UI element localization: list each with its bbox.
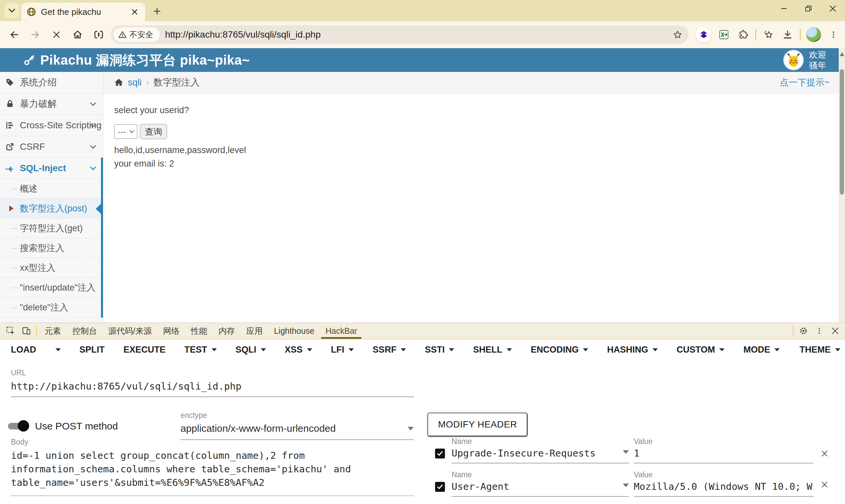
devtools-settings-gear-icon[interactable] (795, 323, 811, 339)
tab-search-button[interactable] (5, 3, 19, 18)
device-toolbar-icon[interactable] (18, 323, 34, 339)
result-line-1: hello,id,username,password,level (114, 145, 839, 155)
side-panel-icon[interactable] (90, 26, 108, 43)
menu-ssti[interactable]: SSTI (425, 345, 454, 355)
hackbar-extension-icon[interactable] (696, 27, 712, 42)
menu-sqli[interactable]: SQLI (236, 345, 266, 355)
security-chip[interactable]: 不安全 (113, 28, 160, 42)
header-value-input[interactable]: Mozilla/5.0 (Windows NT 10.0; Win6 (634, 481, 814, 497)
devtools-menu-icon[interactable] (811, 323, 827, 339)
menu-encoding[interactable]: ENCODING (531, 345, 588, 355)
minimize-button[interactable] (772, 0, 796, 17)
menu-custom[interactable]: CUSTOM (677, 345, 725, 355)
breadcrumb-section[interactable]: sqli (128, 77, 142, 88)
bookmark-star-icon[interactable] (673, 30, 683, 40)
modify-header-button[interactable]: MODIFY HEADER (427, 413, 527, 436)
stop-loading-icon[interactable] (48, 26, 65, 43)
menu-hashing[interactable]: HASHING (607, 345, 658, 355)
result-line-2: your email is: 2 (114, 159, 839, 169)
toolbar-separator (755, 29, 756, 40)
menu-load[interactable]: LOAD (11, 345, 36, 355)
devtools-tab-console[interactable]: 控制台 (67, 323, 103, 339)
devtools-tab-lighthouse[interactable]: Lighthouse (268, 323, 320, 339)
query-button[interactable]: 查询 (140, 124, 167, 139)
devtools-tab-hackbar[interactable]: HackBar (320, 323, 363, 339)
sidebar-item-system-intro[interactable]: 系统介绍 (0, 72, 103, 93)
header-value-input[interactable]: 1 (634, 448, 814, 464)
scroll-up-arrow-icon[interactable] (840, 52, 844, 56)
browser-tab[interactable]: Get the pikachu (21, 3, 145, 21)
scrollbar-thumb[interactable] (840, 69, 844, 195)
table-export-extension-icon[interactable] (717, 28, 731, 41)
breadcrumb: sqli › 数字型注入 点一下提示~ (103, 72, 839, 93)
sidebar-item-label: SQL-Inject (20, 163, 66, 174)
new-tab-button[interactable] (150, 4, 164, 18)
back-icon[interactable] (5, 26, 23, 43)
profile-avatar[interactable] (806, 27, 821, 42)
address-bar[interactable]: 不安全 http://pikachu:8765/vul/sqli/sqli_id… (111, 25, 689, 44)
sidebar-item-csrf[interactable]: CSRF (0, 136, 103, 158)
menu-theme[interactable]: THEME (799, 345, 840, 355)
menu-mode[interactable]: MODE (743, 345, 780, 355)
downloads-icon[interactable] (781, 28, 794, 41)
submenu-item-search[interactable]: 搜索型注入 (0, 238, 103, 258)
submenu-item-xx[interactable]: xx型注入 (0, 258, 103, 278)
header-enabled-checkbox[interactable] (435, 482, 445, 492)
sidebar-item-xss[interactable]: Cross-Site Scripting (0, 115, 103, 136)
menu-test[interactable]: TEST (184, 345, 217, 355)
remove-header-icon[interactable] (818, 478, 831, 491)
browser-menu-icon[interactable] (827, 28, 840, 41)
hint-link[interactable]: 点一下提示~ (780, 76, 829, 88)
dropdown-caret-icon (507, 348, 512, 351)
body-field-input[interactable]: id=-1 union select group_concat(column_n… (11, 449, 414, 496)
share-icon (5, 142, 15, 151)
home-icon[interactable] (69, 26, 87, 43)
menu-load-dropdown[interactable] (55, 348, 61, 351)
header-name-select[interactable]: Upgrade-Insecure-Requests (452, 448, 629, 464)
devtools-tab-performance[interactable]: 性能 (185, 323, 213, 339)
submenu-item-insert-update[interactable]: "insert/update"注入 (0, 278, 103, 298)
submenu-item-overview[interactable]: 概述 (0, 179, 103, 199)
exercise-area: select your userid? --- 查询 hello,id,user… (103, 93, 839, 323)
menu-xss[interactable]: XSS (285, 345, 312, 355)
devtools-tab-elements[interactable]: 元素 (39, 323, 67, 339)
url-text[interactable]: http://pikachu:8765/vul/sqli/sqli_id.php (165, 29, 673, 40)
devtools-tab-application[interactable]: 应用 (241, 323, 268, 339)
url-field-input[interactable]: http://pikachu:8765/vul/sqli/sqli_id.php (11, 381, 414, 397)
sidebar-item-sql-inject[interactable]: SQL-Inject (0, 158, 103, 179)
extensions-puzzle-icon[interactable] (736, 28, 750, 41)
inspect-element-icon[interactable] (3, 323, 18, 339)
header-name-select[interactable]: User-Agent (452, 481, 629, 497)
userid-select[interactable]: --- (114, 124, 137, 139)
reading-list-star-icon[interactable] (761, 28, 775, 41)
close-window-button[interactable] (821, 0, 845, 17)
select-chevron-icon (129, 130, 134, 133)
forward-icon[interactable] (27, 26, 44, 43)
sidebar-item-brute-force[interactable]: 暴力破解 (0, 93, 103, 115)
remove-header-icon[interactable] (818, 447, 831, 460)
use-post-toggle[interactable] (8, 422, 29, 430)
devtools-tab-network[interactable]: 网络 (157, 323, 185, 339)
devtools-tab-bar: 元素 控制台 源代码/来源 网络 性能 内存 应用 Lighthouse Hac… (0, 323, 845, 339)
home-breadcrumb-icon[interactable] (114, 77, 124, 87)
tab-close-icon[interactable] (129, 6, 140, 17)
menu-split[interactable]: SPLIT (80, 345, 105, 355)
tag-icon (5, 78, 15, 87)
submenu-item-numeric-post[interactable]: 数字型注入(post) (0, 199, 103, 219)
page-scrollbar[interactable] (839, 48, 845, 323)
menu-lfi[interactable]: LFI (331, 345, 354, 355)
devtools-close-icon[interactable] (827, 323, 843, 339)
submenu-item-delete[interactable]: "delete"注入 (0, 298, 103, 318)
menu-shell[interactable]: SHELL (473, 345, 512, 355)
devtools-tab-memory[interactable]: 内存 (213, 323, 241, 339)
devtools-panel: 元素 控制台 源代码/来源 网络 性能 内存 应用 Lighthouse Hac… (0, 323, 845, 504)
submenu-item-label: 概述 (20, 183, 38, 195)
enctype-select[interactable]: application/x-www-form-urlencoded (180, 423, 413, 440)
submenu-item-string-get[interactable]: 字符型注入(get) (0, 219, 103, 238)
menu-execute[interactable]: EXECUTE (123, 345, 166, 355)
welcome-box[interactable]: 欢迎 骚年 (783, 50, 835, 71)
restore-button[interactable] (796, 0, 821, 17)
header-enabled-checkbox[interactable] (435, 449, 445, 458)
devtools-tab-sources[interactable]: 源代码/来源 (103, 323, 157, 339)
menu-ssrf[interactable]: SSRF (373, 345, 406, 355)
